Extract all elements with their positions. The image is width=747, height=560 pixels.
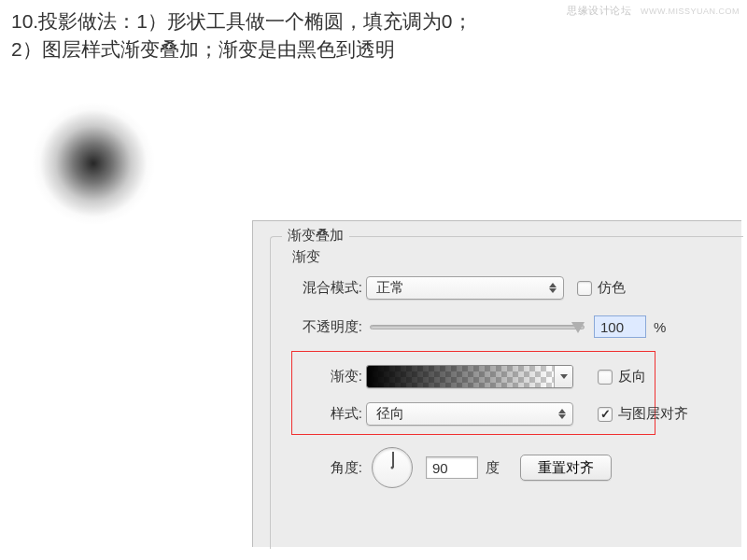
- shadow-preview: [19, 89, 168, 238]
- style-label: 样式:: [314, 405, 362, 423]
- watermark-sub: WWW.MISSYUAN.COM: [641, 7, 740, 16]
- row-angle: 角度: 度 重置对齐: [314, 447, 612, 488]
- slider-track: [370, 325, 585, 329]
- fieldset-subtitle: 渐变: [288, 248, 325, 266]
- gradient-dropdown-button[interactable]: [554, 366, 572, 387]
- dither-checkbox[interactable]: [577, 281, 592, 296]
- opacity-slider[interactable]: [370, 317, 585, 336]
- opacity-input[interactable]: [594, 315, 646, 338]
- instruction-line-2: 2）图层样式渐变叠加；渐变是由黑色到透明: [11, 35, 736, 63]
- align-checkbox[interactable]: [598, 407, 613, 422]
- dropdown-arrows-icon: [556, 409, 569, 419]
- blend-mode-value: 正常: [376, 279, 404, 297]
- angle-unit: 度: [486, 459, 500, 477]
- angle-input[interactable]: [426, 456, 478, 479]
- slider-thumb[interactable]: [571, 322, 585, 333]
- dither-label: 仿色: [598, 279, 626, 297]
- gradient-preview: [367, 366, 554, 387]
- row-style: 样式: 径向 与图层对齐: [314, 402, 688, 426]
- dither-checkbox-wrap[interactable]: 仿色: [577, 279, 626, 297]
- fieldset-title: 渐变叠加: [282, 227, 349, 245]
- watermark: 思缘设计论坛 WWW.MISSYUAN.COM: [567, 4, 740, 18]
- angle-label: 角度:: [314, 459, 362, 477]
- dropdown-arrows-icon: [546, 283, 559, 293]
- gradient-swatch[interactable]: [366, 365, 573, 388]
- reverse-label: 反向: [618, 368, 646, 385]
- row-gradient: 渐变: 反向: [314, 365, 646, 388]
- opacity-unit: %: [654, 319, 666, 335]
- watermark-main: 思缘设计论坛: [567, 5, 631, 16]
- angle-dial[interactable]: [372, 447, 413, 488]
- reverse-checkbox[interactable]: [598, 370, 613, 385]
- reset-alignment-button[interactable]: 重置对齐: [520, 455, 612, 481]
- gradient-label: 渐变:: [314, 368, 362, 385]
- gradient-overlay-panel: 渐变叠加 渐变 混合模式: 正常 仿色 不透明度: %: [252, 220, 741, 547]
- align-label: 与图层对齐: [618, 405, 688, 423]
- style-value: 径向: [376, 405, 404, 423]
- blend-mode-label: 混合模式:: [284, 279, 362, 297]
- fieldset: 渐变叠加 渐变 混合模式: 正常 仿色 不透明度: %: [270, 236, 743, 549]
- blend-mode-dropdown[interactable]: 正常: [366, 276, 564, 300]
- row-blend-mode: 混合模式: 正常 仿色: [284, 276, 626, 300]
- reverse-checkbox-wrap[interactable]: 反向: [598, 368, 646, 385]
- chevron-down-icon: [560, 374, 568, 379]
- align-checkbox-wrap[interactable]: 与图层对齐: [598, 405, 688, 423]
- style-dropdown[interactable]: 径向: [366, 402, 573, 426]
- row-opacity: 不透明度: %: [284, 315, 666, 338]
- opacity-label: 不透明度:: [284, 318, 362, 336]
